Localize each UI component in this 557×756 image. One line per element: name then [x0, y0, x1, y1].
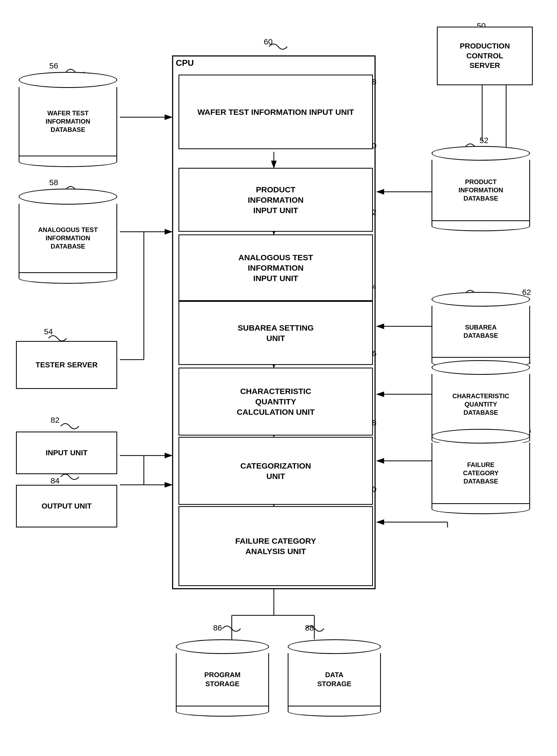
program-storage-cylinder: PROGRAMSTORAGE [176, 639, 269, 717]
analogous-test-db-cylinder: ANALOGOUS TESTINFORMATIONDATABASE [19, 188, 117, 284]
ref-56: 56 [49, 61, 58, 70]
subarea-setting-box: SUBAREA SETTINGUNIT [178, 301, 373, 365]
categorization-box: CATEGORIZATIONUNIT [178, 437, 373, 505]
data-storage-cylinder: DATASTORAGE [288, 639, 381, 717]
ref-82: 82 [51, 415, 59, 425]
ref-86: 86 [213, 623, 222, 632]
characteristic-calc-box: CHARACTERISTICQUANTITYCALCULATION UNIT [178, 368, 373, 436]
tester-server-box: TESTER SERVER [16, 341, 117, 389]
output-unit-box: OUTPUT UNIT [16, 485, 117, 527]
diagram: 60 68 70 72 74 76 78 80 56 58 54 82 84 5… [0, 0, 557, 756]
product-info-input-box: PRODUCTINFORMATIONINPUT UNIT [178, 168, 373, 232]
wafer-test-db-cylinder: WAFER TESTINFORMATIONDATABASE [19, 72, 117, 167]
ref-60: 60 [264, 37, 272, 46]
product-info-db-cylinder: PRODUCTINFORMATIONDATABASE [432, 146, 530, 231]
wafer-test-input-box: WAFER TEST INFORMATION INPUT UNIT [178, 75, 373, 149]
ref-58: 58 [49, 178, 58, 187]
failure-analysis-box: FAILURE CATEGORYANALYSIS UNIT [178, 506, 373, 586]
ref-52: 52 [479, 136, 488, 145]
input-unit-box: INPUT UNIT [16, 432, 117, 474]
ref-88: 88 [305, 623, 314, 632]
production-control-box: PRODUCTIONCONTROLSERVER [437, 27, 533, 85]
failure-category-db-cylinder: FAILURECATEGORYDATABASE [432, 429, 530, 514]
ref-54: 54 [44, 327, 53, 336]
analogous-test-input-box: ANALOGOUS TESTINFORMATIONINPUT UNIT [178, 234, 373, 301]
subarea-db-cylinder: SUBAREADATABASE [432, 292, 530, 368]
cpu-label: CPU [176, 58, 194, 68]
ref-84: 84 [51, 476, 59, 485]
